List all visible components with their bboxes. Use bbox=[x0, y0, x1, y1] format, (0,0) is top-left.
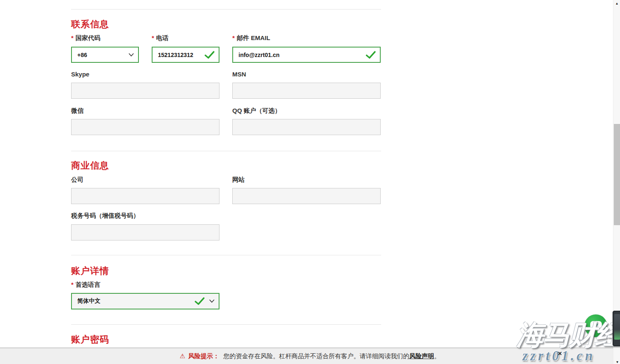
required-marker: * bbox=[71, 34, 74, 41]
valid-check-icon bbox=[195, 297, 205, 305]
msn-field bbox=[232, 83, 381, 99]
risk-warning-label: 风险提示： bbox=[188, 352, 219, 360]
tax-number-input[interactable] bbox=[71, 224, 219, 240]
close-icon[interactable]: × bbox=[558, 350, 562, 357]
skype-label: Skype bbox=[71, 71, 89, 78]
email-input[interactable] bbox=[232, 47, 381, 63]
language-value: 简体中文 bbox=[77, 297, 100, 305]
country-code-select[interactable]: +86 bbox=[71, 47, 139, 63]
website-field bbox=[232, 188, 381, 204]
language-field: 简体中文 bbox=[71, 293, 219, 309]
country-code-value: +86 bbox=[77, 52, 87, 58]
vertical-scrollbar[interactable]: ▲ bbox=[613, 0, 620, 364]
wechat-label: 微信 bbox=[71, 107, 83, 115]
website-label: 网站 bbox=[232, 176, 245, 184]
tax-number-label: 税务号码（增值税号码） bbox=[71, 212, 139, 220]
company-input[interactable] bbox=[71, 188, 219, 204]
registration-form-page: { "required_marker": "*", "icons": { "wa… bbox=[0, 0, 620, 364]
language-label: *首选语言 bbox=[71, 281, 100, 289]
chevron-down-icon bbox=[209, 300, 215, 303]
business-section-title: 商业信息 bbox=[71, 159, 109, 172]
phone-field bbox=[152, 47, 219, 63]
company-field bbox=[71, 188, 219, 204]
section-divider bbox=[71, 151, 381, 151]
wechat-input[interactable] bbox=[71, 119, 219, 135]
tax-number-field bbox=[71, 224, 219, 240]
scrollbar-thumb[interactable] bbox=[614, 124, 620, 225]
phone-screen bbox=[614, 314, 620, 340]
email-field bbox=[232, 47, 381, 63]
skype-input[interactable] bbox=[71, 83, 219, 99]
website-input[interactable] bbox=[232, 188, 381, 204]
required-marker: * bbox=[152, 34, 154, 41]
risk-warning-suffix: 。 bbox=[434, 352, 440, 360]
warning-icon: ⚠ bbox=[180, 352, 185, 360]
contact-section-title: 联系信息 bbox=[71, 18, 109, 31]
qq-label: QQ 账户（可选） bbox=[232, 107, 281, 115]
risk-warning-bar: ⚠ 风险提示： 您的资金存在风险。杠杆商品并不适合所有客户。请详细阅读我们的风险… bbox=[0, 347, 620, 364]
msn-input[interactable] bbox=[232, 83, 381, 99]
qq-input[interactable] bbox=[232, 119, 381, 135]
required-marker: * bbox=[232, 34, 235, 41]
phone-input[interactable] bbox=[152, 47, 219, 63]
chevron-down-icon bbox=[129, 53, 134, 57]
phone-image bbox=[613, 311, 620, 346]
section-divider bbox=[71, 255, 381, 255]
section-divider bbox=[71, 9, 381, 10]
email-label: *邮件 EMAIL bbox=[232, 34, 270, 42]
account-details-section-title: 账户详情 bbox=[71, 265, 109, 277]
risk-warning-text: 您的资金存在风险。杠杆商品并不适合所有客户。请详细阅读我们的 bbox=[223, 352, 409, 360]
section-divider bbox=[71, 324, 381, 325]
wechat-field bbox=[71, 119, 219, 135]
company-label: 公司 bbox=[71, 176, 83, 184]
question-bubble-icon: ? bbox=[590, 321, 602, 331]
skype-field bbox=[71, 83, 219, 99]
help-chat-button[interactable]: ? bbox=[584, 314, 607, 337]
country-code-label: *国家代码 bbox=[71, 34, 100, 42]
phone-label: *电话 bbox=[152, 34, 169, 42]
msn-label: MSN bbox=[232, 71, 246, 78]
scroll-down-icon[interactable]: ▼ bbox=[614, 359, 620, 364]
qq-field bbox=[232, 119, 381, 135]
language-select[interactable]: 简体中文 bbox=[71, 293, 219, 309]
account-password-section-title: 账户密码 bbox=[71, 333, 109, 346]
risk-statement-link[interactable]: 风险声明 bbox=[409, 352, 434, 360]
required-marker: * bbox=[71, 281, 74, 288]
country-code-field: +86 bbox=[71, 47, 139, 63]
scroll-up-icon[interactable]: ▲ bbox=[613, 0, 620, 7]
